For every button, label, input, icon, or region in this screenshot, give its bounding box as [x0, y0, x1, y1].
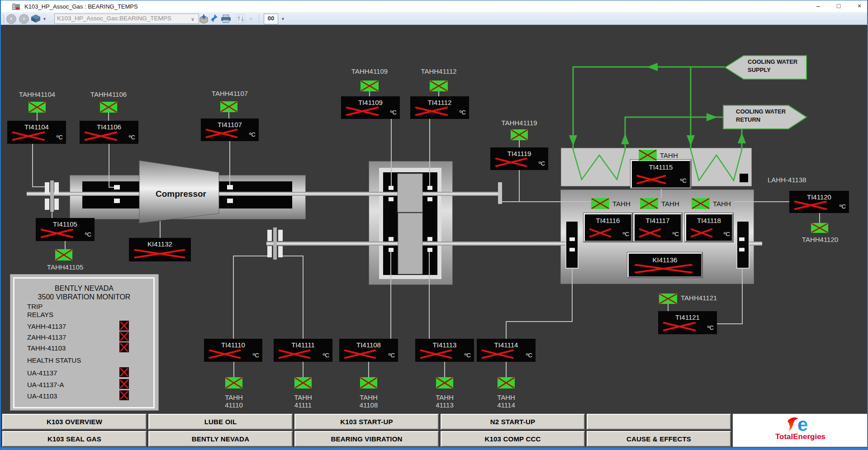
- pin-icon[interactable]: [210, 14, 218, 24]
- supply-line1: COOLING WATER: [748, 58, 797, 65]
- ti-box-TI41114[interactable]: TI41114 ºC: [477, 339, 536, 362]
- ti-box-TI41121[interactable]: TI41121 ºC: [658, 311, 717, 334]
- bently-health-title: HEALTH STATUS: [27, 356, 81, 364]
- ti-box-TI41106[interactable]: TI41106 ºC: [80, 121, 138, 144]
- alarm-x-icon: [498, 377, 515, 388]
- alarm-x-icon: [811, 223, 828, 233]
- alarm-box-TAHH41120[interactable]: [811, 223, 828, 233]
- alarm-box-motor-TAHH-1[interactable]: [591, 198, 609, 209]
- health-status-box-UA-41137[interactable]: [119, 367, 129, 377]
- ti-box-TI41112[interactable]: TI41112 ºC: [410, 96, 469, 119]
- relay-status-box-YAHH-41137[interactable]: [119, 321, 129, 331]
- forward-button[interactable]: ›: [19, 14, 29, 24]
- bad-value-x-icon: [414, 106, 449, 116]
- toolbar-grip[interactable]: [4, 14, 6, 23]
- toolbar-00-button[interactable]: 00: [264, 14, 278, 24]
- nav-button-k103-comp-ccc[interactable]: K103 COMP CCC: [441, 431, 585, 447]
- relay-status-box-TAHH-41103[interactable]: [119, 342, 129, 352]
- cooler-level-square: [740, 174, 748, 182]
- ti-box-TI41113[interactable]: TI41113 ºC: [415, 339, 474, 362]
- ti-box-TI41111[interactable]: TI41111 ºC: [274, 339, 332, 362]
- ki-box-KI41132[interactable]: KI41132: [129, 238, 191, 261]
- nav-button-bearing-vibration[interactable]: BEARING VIBRATION: [294, 431, 439, 447]
- nav-button-blank[interactable]: [587, 414, 731, 430]
- cube-dropdown-caret[interactable]: ▼: [43, 17, 47, 21]
- ti-box-TI41110[interactable]: TI41110 ºC: [204, 339, 262, 362]
- nav-button-k103-start-up[interactable]: K103 START-UP: [294, 414, 439, 430]
- tag-label-TAHH41108: TAHH 41108: [342, 393, 396, 409]
- ti-box-TI41117[interactable]: TI41117 ºC: [633, 213, 682, 242]
- gearbox-cavity: [383, 172, 437, 275]
- alarm-box-motor-TAHH-3[interactable]: [692, 198, 710, 209]
- 00-dropdown-caret[interactable]: ▼: [281, 17, 285, 21]
- health-x-icon: [119, 379, 129, 389]
- nav-button-cause-effects[interactable]: CAUSE & EFFECTS: [587, 431, 731, 447]
- ti-box-TI41105[interactable]: TI41105 ºC: [36, 218, 95, 241]
- combobox-chevron-icon[interactable]: ∨: [191, 16, 194, 22]
- alarm-box-TAHH41105[interactable]: [55, 249, 72, 261]
- alarm-box-TAHH41113[interactable]: [436, 377, 453, 388]
- print-icon[interactable]: [221, 14, 231, 23]
- display-cube-icon[interactable]: [31, 14, 41, 23]
- bad-value-x-icon: [632, 264, 695, 274]
- back-button[interactable]: ‹: [6, 14, 16, 24]
- nav-button-n2-start-up[interactable]: N2 START-UP: [441, 414, 585, 430]
- nav-button-lube-oil[interactable]: LUBE OIL: [148, 414, 293, 430]
- ti-box-TI41118[interactable]: TI41118 ºC: [685, 213, 733, 242]
- close-button[interactable]: ×: [852, 0, 867, 12]
- alarm-box-TAHH41121[interactable]: [659, 294, 677, 304]
- alarm-box-motor-TAHH-2[interactable]: [640, 198, 658, 209]
- compressor-label: Compressor: [153, 190, 209, 198]
- minimize-button[interactable]: –: [811, 0, 826, 12]
- tag-label-TAHH41120: TAHH41120: [793, 236, 847, 243]
- alarm-box-TAHH41112[interactable]: [430, 81, 448, 91]
- svg-text:e: e: [797, 415, 808, 433]
- sort-dropdown-caret: ▼: [249, 17, 253, 21]
- alarm-box-TAHH41109[interactable]: [360, 81, 379, 91]
- bad-value-x-icon: [588, 228, 612, 238]
- alarm-box-TAHH41106[interactable]: [100, 102, 117, 113]
- ti-box-TI41107[interactable]: TI41107 ºC: [201, 118, 259, 141]
- hmi-window: K103_HP_Assoc_Gas : BEARING_TEMPS – □ × …: [0, 0, 868, 450]
- alarm-box-TAHH41114[interactable]: [498, 377, 515, 388]
- import-display-icon[interactable]: [199, 14, 209, 24]
- bently-health-label: UA-41137: [27, 369, 57, 377]
- ti-box-TI41108[interactable]: TI41108 ºC: [339, 339, 398, 362]
- tag-label-motor-TAHH-3: TAHH: [713, 200, 731, 208]
- nav-button-k103-overview[interactable]: K103 OVERVIEW: [2, 414, 147, 430]
- alarm-x-icon: [294, 377, 312, 388]
- alarm-x-icon: [640, 198, 658, 209]
- ti-box-TI41116[interactable]: TI41116 ºC: [583, 213, 632, 242]
- ti-box-TI41119[interactable]: TI41119 ºC: [490, 147, 548, 170]
- nav-button-bently-nevada[interactable]: BENTLY NEVADA: [148, 431, 293, 447]
- supply-line2: SUPPLY: [748, 66, 771, 73]
- window-bottom-border: [1, 447, 868, 450]
- motor-right-bearing: [736, 221, 749, 269]
- ti-box-TI41104[interactable]: TI41104 ºC: [7, 121, 66, 144]
- alarm-box-TAHH41108[interactable]: [360, 377, 377, 388]
- alarm-x-icon: [28, 102, 46, 113]
- maximize-button[interactable]: □: [831, 0, 846, 12]
- alarm-box-TAHH41111[interactable]: [294, 377, 312, 388]
- alarm-box-TAHH41104[interactable]: [28, 102, 46, 113]
- bad-value-x-icon: [132, 249, 187, 259]
- alarm-box-TAHH41119[interactable]: [511, 129, 528, 140]
- app-icon: [12, 3, 20, 10]
- alarm-box-cooler-TAHH[interactable]: [639, 150, 657, 161]
- health-status-box-UA-41137-A[interactable]: [119, 379, 129, 389]
- ki-box-KI41136[interactable]: KI41136: [627, 252, 702, 278]
- nav-button-k103-seal-gas[interactable]: K103 SEAL GAS: [2, 431, 147, 447]
- cooling-water-return-tag[interactable]: COOLING WATER RETURN: [722, 104, 807, 130]
- tag-label-cooler-TAHH: TAHH: [660, 152, 678, 159]
- health-status-box-UA-41103[interactable]: [119, 390, 129, 400]
- alarm-box-TAHH41110[interactable]: [225, 377, 242, 388]
- relay-status-box-ZAHH-41137[interactable]: [119, 332, 129, 341]
- motor-left-bearing: [565, 221, 579, 269]
- alarm-box-TAHH41107[interactable]: [220, 101, 237, 112]
- cooling-water-supply-tag[interactable]: COOLING WATER SUPPLY: [724, 54, 807, 81]
- tag-label-TAHH41119: TAHH41119: [492, 119, 546, 127]
- ti-box-TI41109[interactable]: TI41109 ºC: [341, 96, 400, 119]
- ti-box-TI41120[interactable]: TI41120 ºC: [789, 191, 849, 213]
- alarm-x-icon: [591, 198, 609, 209]
- ti-box-TI41115[interactable]: TI41115 ºC: [631, 160, 691, 189]
